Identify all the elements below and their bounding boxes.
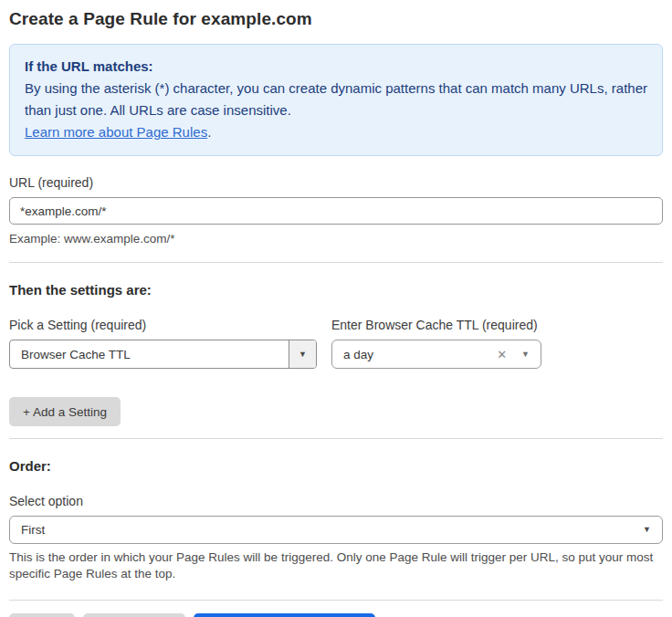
ttl-picker-value: a day xyxy=(343,348,497,361)
ttl-picker-label: Enter Browser Cache TTL (required) xyxy=(331,318,541,332)
url-input[interactable] xyxy=(9,197,663,225)
footer-actions: Cancel Save as Draft Save and Deploy Pag… xyxy=(9,613,663,617)
divider xyxy=(9,438,663,439)
add-setting-button[interactable]: + Add a Setting xyxy=(9,397,121,426)
chevron-down-icon: ▼ xyxy=(299,350,307,359)
order-select[interactable]: First ▼ xyxy=(9,516,663,544)
ttl-picker-select[interactable]: a day ✕ ▼ xyxy=(331,340,541,369)
setting-picker-arrow-box[interactable]: ▼ xyxy=(289,340,316,368)
chevron-down-icon: ▼ xyxy=(643,526,651,534)
info-box-heading: If the URL matches: xyxy=(25,56,647,78)
chevron-down-icon: ▼ xyxy=(521,350,530,359)
cancel-button[interactable]: Cancel xyxy=(9,613,75,617)
setting-picker-label: Pick a Setting (required) xyxy=(9,318,317,332)
page-rule-form: Create a Page Rule for example.com If th… xyxy=(0,0,672,617)
order-select-value: First xyxy=(21,523,643,537)
url-field-label: URL (required) xyxy=(9,175,663,190)
link-suffix: . xyxy=(207,124,211,140)
order-helper-text: This is the order in which your Page Rul… xyxy=(9,549,663,582)
clear-icon[interactable]: ✕ xyxy=(497,349,507,361)
ttl-picker-group: Enter Browser Cache TTL (required) a day… xyxy=(331,318,541,369)
info-box-body: By using the asterisk (*) character, you… xyxy=(25,78,647,143)
learn-more-link[interactable]: Learn more about Page Rules xyxy=(25,124,207,140)
url-field-helper: Example: www.example.com/* xyxy=(9,231,663,247)
order-section-heading: Order: xyxy=(9,458,663,474)
divider xyxy=(9,262,663,263)
order-select-label: Select option xyxy=(9,494,663,508)
url-match-info-box: If the URL matches: By using the asteris… xyxy=(9,44,663,156)
save-and-deploy-button[interactable]: Save and Deploy Page Rule xyxy=(194,613,376,617)
divider xyxy=(9,600,663,601)
settings-row: Pick a Setting (required) Browser Cache … xyxy=(9,318,663,369)
setting-picker-value: Browser Cache TTL xyxy=(10,340,289,368)
info-box-body-text: By using the asterisk (*) character, you… xyxy=(25,80,647,118)
setting-picker-select[interactable]: Browser Cache TTL ▼ xyxy=(9,340,317,369)
settings-section-heading: Then the settings are: xyxy=(9,282,663,298)
setting-picker-group: Pick a Setting (required) Browser Cache … xyxy=(9,318,317,369)
save-as-draft-button[interactable]: Save as Draft xyxy=(83,613,185,617)
page-title: Create a Page Rule for example.com xyxy=(9,9,663,29)
